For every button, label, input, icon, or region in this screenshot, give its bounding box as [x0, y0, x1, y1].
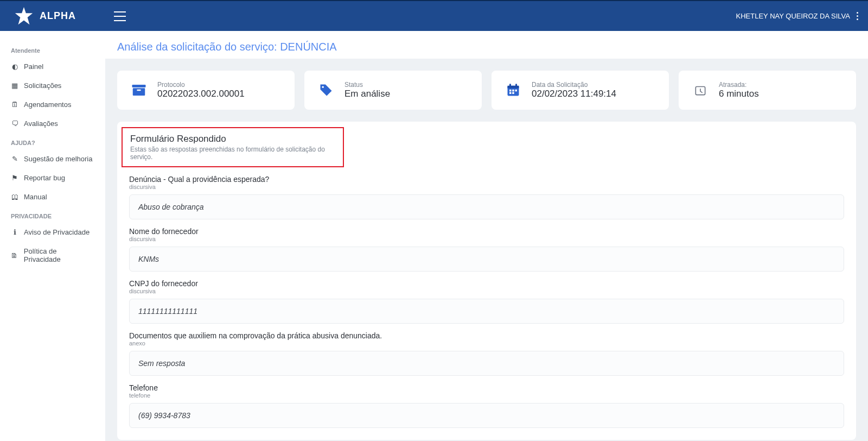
sidebar-item-label: Aviso de Privacidade: [24, 228, 90, 236]
sidebar-item-label: Solicitações: [24, 81, 61, 90]
sidebar-item-label: Avaliações: [24, 119, 58, 128]
brand-name: ALPHA: [40, 10, 76, 22]
svg-rect-3: [133, 88, 145, 96]
sidebar-item-solicitacoes[interactable]: ▦ Solicitações: [0, 76, 105, 95]
form-header-highlight: Formulário Respondido Estas são as respo…: [122, 127, 344, 167]
svg-rect-2: [132, 85, 146, 87]
topbar: ALPHA KHETLEY NAY QUEIROZ DA SILVA: [0, 0, 868, 31]
main-content: Análise da solicitação do serviço: DENÚN…: [105, 31, 868, 441]
summary-cards: Protocolo 02022023.002.00001 Status Em a…: [105, 59, 868, 122]
question-label: Telefone: [129, 383, 844, 392]
tag-icon: [316, 80, 336, 100]
card-value: 02022023.002.00001: [157, 89, 245, 99]
card-label: Data da Solicitação: [532, 81, 616, 89]
sidebar-item-label: Manual: [24, 193, 47, 201]
sidebar-item-label: Sugestão de melhoria: [24, 155, 92, 163]
svg-rect-4: [137, 90, 141, 91]
question-type: discursiva: [129, 184, 844, 190]
question-label: Denúncia - Qual a providência esperada?: [129, 175, 844, 184]
sidebar-item-label: Reportar bug: [24, 174, 65, 182]
question-block: CNPJ do fornecedor discursiva 1111111111…: [129, 279, 844, 324]
book-icon: 🕮: [11, 193, 18, 201]
dashboard-icon: ◐: [11, 62, 18, 71]
sidebar-item-sugestao[interactable]: ✎ Sugestão de melhoria: [0, 149, 105, 168]
svg-rect-13: [509, 92, 512, 94]
question-type: discursiva: [129, 288, 844, 294]
bug-icon: ⚑: [11, 174, 18, 182]
card-label: Atrasada:: [719, 81, 759, 89]
card-label: Status: [344, 81, 390, 89]
svg-rect-7: [508, 86, 519, 89]
card-status: Status Em análise: [304, 71, 482, 110]
svg-rect-9: [515, 84, 517, 87]
sidebar-section-privacidade: PRIVACIDADE: [0, 206, 105, 223]
calendar-icon: 🗓: [11, 100, 18, 109]
question-type: discursiva: [129, 236, 844, 242]
question-label: Nome do fornecedor: [129, 227, 844, 236]
page-title: Análise da solicitação do serviço: DENÚN…: [117, 41, 856, 53]
logo-star-icon: [14, 6, 34, 27]
page-header: Análise da solicitação do serviço: DENÚN…: [105, 31, 868, 59]
form-panel: Formulário Respondido Estas são as respo…: [117, 122, 856, 440]
sidebar-toggle[interactable]: [114, 11, 126, 21]
edit-icon: ✎: [11, 155, 18, 163]
svg-rect-11: [512, 90, 514, 92]
form-title: Formulário Respondido: [130, 134, 335, 144]
question-label: CNPJ do fornecedor: [129, 279, 844, 288]
user-name: KHETLEY NAY QUEIROZ DA SILVA: [736, 12, 850, 20]
topbar-user: KHETLEY NAY QUEIROZ DA SILVA: [736, 12, 868, 20]
question-block: Telefone telefone (69) 9934-8783: [129, 383, 844, 428]
card-value: Em análise: [344, 89, 390, 99]
sidebar-item-politica-privacidade[interactable]: 🗎 Política de Privacidade: [0, 242, 105, 269]
svg-marker-1: [15, 7, 33, 24]
sidebar-section-atendente: Atendente: [0, 41, 105, 57]
sidebar-item-aviso-privacidade[interactable]: ℹ Aviso de Privacidade: [0, 223, 105, 242]
answer-value: 11111111111111: [129, 299, 844, 324]
svg-rect-8: [509, 84, 511, 87]
question-label: Documentos que auxiliem na comprovação d…: [129, 331, 844, 340]
question-type: anexo: [129, 340, 844, 346]
svg-point-5: [322, 86, 324, 88]
card-data-solicitacao: Data da Solicitação 02/02/2023 11:49:14: [492, 71, 669, 110]
clipboard-icon: ▦: [11, 81, 18, 90]
answer-value: KNMs: [129, 247, 844, 272]
archive-icon: [129, 80, 149, 100]
question-type: telefone: [129, 392, 844, 399]
question-block: Nome do fornecedor discursiva KNMs: [129, 227, 844, 272]
sidebar-item-label: Política de Privacidade: [24, 247, 94, 263]
card-value: 6 minutos: [719, 89, 759, 99]
sidebar-item-agendamentos[interactable]: 🗓 Agendamentos: [0, 95, 105, 114]
brand: ALPHA: [0, 6, 105, 27]
svg-rect-10: [509, 90, 512, 92]
sidebar-section-ajuda: AJUDA?: [0, 133, 105, 149]
card-value: 02/02/2023 11:49:14: [532, 89, 616, 99]
sidebar: Atendente ◐ Painel ▦ Solicitações 🗓 Agen…: [0, 31, 105, 441]
info-icon: ℹ: [11, 228, 18, 236]
svg-rect-14: [512, 92, 514, 94]
card-atrasada: Atrasada: 6 minutos: [679, 71, 856, 110]
sidebar-item-manual[interactable]: 🕮 Manual: [0, 187, 105, 206]
sidebar-item-reportar-bug[interactable]: ⚑ Reportar bug: [0, 168, 105, 187]
answer-value: Abuso de cobrança: [129, 194, 844, 219]
calendar-icon: [503, 80, 523, 100]
user-menu-button[interactable]: [857, 12, 858, 20]
sidebar-item-label: Agendamentos: [24, 100, 71, 109]
card-protocolo: Protocolo 02022023.002.00001: [117, 71, 295, 110]
sidebar-item-label: Painel: [24, 62, 43, 71]
sidebar-item-avaliacoes[interactable]: 🗨 Avaliações: [0, 114, 105, 133]
answer-value: (69) 9934-8783: [129, 403, 844, 428]
answer-value: Sem resposta: [129, 351, 844, 376]
svg-rect-12: [515, 90, 518, 92]
sidebar-item-painel[interactable]: ◐ Painel: [0, 57, 105, 76]
file-icon: 🗎: [11, 251, 18, 260]
question-block: Denúncia - Qual a providência esperada? …: [129, 175, 844, 219]
clock-icon: [691, 80, 710, 100]
question-block: Documentos que auxiliem na comprovação d…: [129, 331, 844, 376]
chat-icon: 🗨: [11, 119, 18, 128]
form-subtitle: Estas são as respostas preenchidas no fo…: [130, 146, 335, 161]
card-label: Protocolo: [157, 81, 245, 89]
